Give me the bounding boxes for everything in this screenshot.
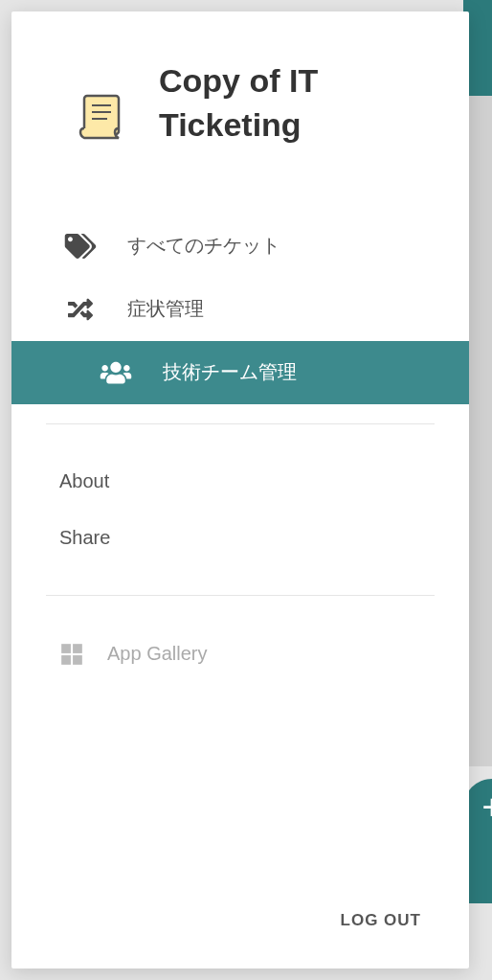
- nav-label: 技術チーム管理: [163, 359, 297, 385]
- grid-icon: [59, 642, 84, 667]
- drawer-footer: LOG OUT: [11, 888, 469, 969]
- tags-icon: [64, 232, 97, 261]
- gallery-section: App Gallery: [11, 615, 469, 694]
- secondary-section: About Share: [11, 444, 469, 576]
- users-icon: [100, 358, 132, 387]
- drawer-header: Copy of IT Ticketing: [11, 11, 469, 186]
- svg-rect-7: [73, 655, 82, 665]
- nav-item-symptom-management[interactable]: 症状管理: [11, 278, 469, 341]
- nav-label: すべてのチケット: [127, 233, 280, 259]
- app-icon: [71, 88, 128, 146]
- nav-item-all-tickets[interactable]: すべてのチケット: [11, 215, 469, 278]
- divider: [46, 423, 435, 424]
- nav-label: 症状管理: [127, 296, 204, 322]
- app-title: Copy of IT Ticketing: [159, 59, 438, 148]
- svg-rect-4: [61, 644, 71, 653]
- app-gallery-item[interactable]: App Gallery: [11, 625, 469, 684]
- about-label: About: [59, 470, 469, 492]
- nav-item-tech-team-management[interactable]: 技術チーム管理: [11, 341, 469, 404]
- svg-rect-5: [73, 644, 82, 653]
- nav-section: すべてのチケット 症状管理 技術チーム管理: [11, 186, 469, 404]
- share-label: Share: [59, 527, 469, 549]
- shuffle-icon: [64, 295, 97, 324]
- share-item[interactable]: Share: [11, 510, 469, 566]
- gallery-label: App Gallery: [107, 643, 208, 665]
- divider: [46, 595, 435, 596]
- about-item[interactable]: About: [11, 453, 469, 510]
- navigation-drawer: Copy of IT Ticketing すべてのチケット 症状管理: [11, 11, 469, 969]
- logout-button[interactable]: LOG OUT: [341, 911, 421, 930]
- svg-rect-6: [61, 655, 71, 665]
